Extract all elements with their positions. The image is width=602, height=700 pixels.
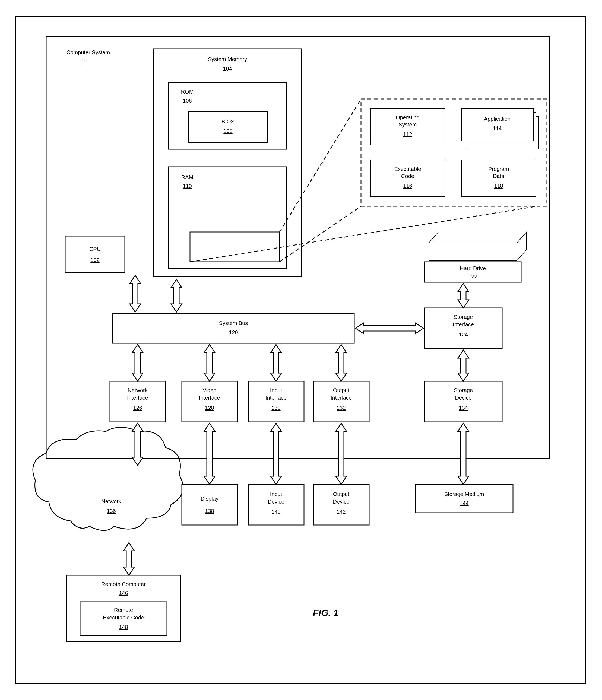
executable-code-ref: 116 <box>403 183 412 189</box>
application-ref: 114 <box>492 125 502 131</box>
svg-marker-29 <box>204 345 215 381</box>
hard-drive-label: Hard Drive <box>460 265 486 271</box>
diagram-canvas: Computer System 100 CPU 102 System Memor… <box>0 0 602 700</box>
svg-text:Output: Output <box>333 491 349 497</box>
storage-medium-box <box>415 484 513 513</box>
hard-drive-icon <box>429 232 527 260</box>
svg-marker-33 <box>458 350 469 381</box>
rom-ref: 106 <box>183 98 192 104</box>
hard-drive-ref: 122 <box>468 274 477 279</box>
svg-marker-31 <box>336 345 346 381</box>
program-data-ref: 118 <box>494 183 503 189</box>
input-interface-ref: 130 <box>271 405 280 411</box>
svg-text:Storage: Storage <box>454 387 473 393</box>
storage-interface-label-1: Storage <box>454 314 473 320</box>
system-bus-ref: 120 <box>229 329 238 335</box>
svg-marker-27 <box>171 279 182 312</box>
program-data-label-2: Data <box>493 173 505 179</box>
svg-marker-6 <box>429 232 527 243</box>
computer-system-label: Computer System <box>67 49 110 55</box>
remote-executable-code-ref: 148 <box>119 624 128 630</box>
network-interface-ref: 126 <box>133 405 142 411</box>
output-interface-ref: 132 <box>337 405 345 411</box>
svg-text:Interface: Interface <box>199 395 220 401</box>
application-box <box>461 108 533 141</box>
remote-computer-ref: 146 <box>119 590 128 596</box>
network-ref: 136 <box>107 508 116 514</box>
storage-interface-label-2: Interface <box>453 322 474 327</box>
input-device-ref: 140 <box>271 509 280 515</box>
svg-text:Executable Code: Executable Code <box>103 615 144 621</box>
storage-interface-ref: 124 <box>459 331 468 338</box>
output-device-ref: 142 <box>337 509 345 515</box>
svg-text:Device: Device <box>268 499 284 505</box>
svg-marker-34 <box>132 423 143 465</box>
svg-text:Interface: Interface <box>265 395 287 401</box>
storage-device-ref: 134 <box>459 405 468 411</box>
svg-text:Interface: Interface <box>127 395 148 401</box>
ram-label: RAM <box>181 174 193 180</box>
cpu-box <box>65 236 125 273</box>
storage-medium-ref: 144 <box>459 500 468 506</box>
svg-marker-40 <box>356 323 424 334</box>
cpu-ref: 102 <box>90 257 99 263</box>
svg-marker-35 <box>204 423 215 484</box>
display-ref: 138 <box>205 508 214 514</box>
video-interface-ref: 128 <box>205 405 214 411</box>
bios-box <box>189 111 267 143</box>
svg-text:Network: Network <box>127 387 148 393</box>
svg-text:Video: Video <box>203 387 217 393</box>
ram-inner-box <box>190 232 280 262</box>
svg-marker-37 <box>336 423 346 484</box>
storage-medium-label: Storage Medium <box>444 491 484 497</box>
cpu-label: CPU <box>89 246 101 252</box>
operating-system-label-1: Operating <box>396 115 419 121</box>
svg-marker-26 <box>130 275 141 312</box>
input-device-box <box>248 484 304 525</box>
svg-line-2 <box>280 206 361 262</box>
system-bus-box <box>113 314 354 343</box>
svg-text:Input: Input <box>270 387 282 393</box>
remote-computer-label: Remote Computer <box>101 581 146 587</box>
bios-ref: 108 <box>223 128 232 134</box>
svg-text:Input: Input <box>270 491 282 497</box>
display-label: Display <box>200 496 218 502</box>
network-cloud-icon <box>33 427 183 530</box>
operating-system-ref: 112 <box>403 131 412 137</box>
output-device-box <box>313 484 369 525</box>
svg-marker-28 <box>132 345 143 381</box>
svg-marker-36 <box>271 423 282 484</box>
svg-marker-38 <box>458 423 469 484</box>
svg-text:Output: Output <box>333 387 349 393</box>
bios-label: BIOS <box>221 119 235 125</box>
svg-marker-39 <box>123 543 134 575</box>
rom-label: ROM <box>181 89 194 95</box>
svg-text:Device: Device <box>333 499 349 505</box>
svg-text:Interface: Interface <box>331 395 352 401</box>
ram-ref: 110 <box>183 183 192 189</box>
operating-system-label-2: System <box>399 122 417 127</box>
system-memory-ref: 104 <box>223 66 232 72</box>
display-box <box>182 484 238 525</box>
system-bus-label: System Bus <box>219 320 248 326</box>
system-memory-label: System Memory <box>208 56 247 62</box>
application-label: Application <box>484 116 510 122</box>
svg-text:Remote: Remote <box>114 607 133 613</box>
network-label: Network <box>101 498 121 504</box>
svg-line-1 <box>280 99 361 232</box>
svg-marker-32 <box>458 283 469 308</box>
svg-text:Device: Device <box>455 395 472 401</box>
computer-system-ref: 100 <box>81 57 90 64</box>
svg-rect-8 <box>429 243 517 260</box>
program-data-label-1: Program <box>488 166 509 172</box>
svg-marker-30 <box>271 345 282 381</box>
executable-code-label-2: Code <box>401 173 414 179</box>
executable-code-label-1: Executable <box>394 166 421 172</box>
figure-label: FIG. 1 <box>313 607 338 618</box>
